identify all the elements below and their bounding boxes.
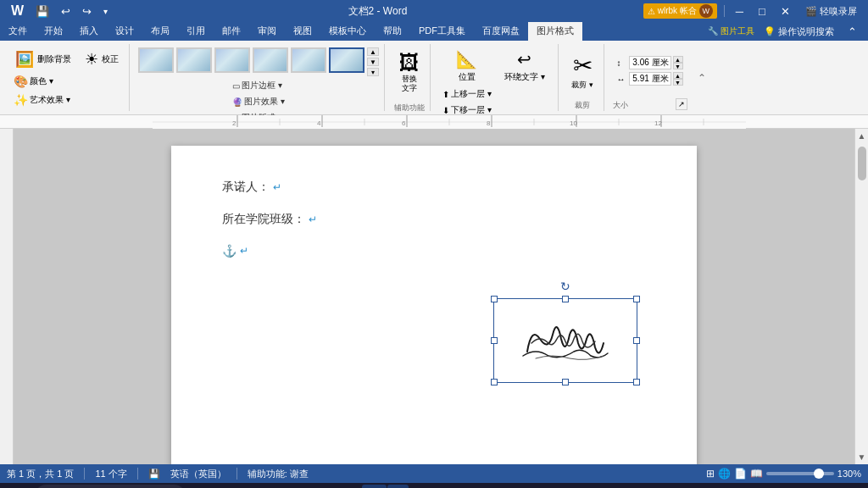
tab-references[interactable]: 引用 <box>178 22 214 41</box>
window-title: 文档2 - Word <box>112 4 643 19</box>
customize-btn[interactable]: ▾ <box>99 5 112 18</box>
tab-home[interactable]: 开始 <box>36 22 71 41</box>
group-arrange: 📐 位置 ↩ 环绕文字 ▾ ⬆上移一层 ▾ ⬇下移一层 ▾ ▤选择窗格 ⊟对齐 … <box>434 44 559 111</box>
taskbar-app-mail[interactable]: ✉ <box>279 485 302 488</box>
group-crop: ✂ 裁剪 ▾ 裁剪 <box>562 44 604 111</box>
zoom-level[interactable]: 130% <box>837 469 861 479</box>
status-bar: 第 1 页，共 1 页 11 个字 💾 英语（英国） 辅助功能: 谢查 ⊞ 🌐 … <box>0 464 868 483</box>
color-btn[interactable]: 🎨颜色 ▾ <box>10 73 57 90</box>
redo-btn[interactable]: ↪ <box>78 3 96 19</box>
minimize-btn[interactable]: ─ <box>732 3 748 19</box>
left-margin <box>0 129 14 464</box>
zoom-thumb[interactable] <box>814 469 824 479</box>
view-mode-read[interactable]: 📖 <box>750 468 763 480</box>
taskbar-app-edge[interactable]: 🌐 <box>249 485 278 488</box>
img-style-3[interactable] <box>214 47 250 73</box>
height-input[interactable] <box>629 56 671 69</box>
tab-pdf[interactable]: PDF工具集 <box>410 22 474 41</box>
language-status[interactable]: 英语（英国） <box>170 468 226 480</box>
width-down[interactable]: ▼ <box>673 79 683 86</box>
styles-scroll-up[interactable]: ▲ <box>367 47 379 56</box>
height-down[interactable]: ▼ <box>673 63 683 69</box>
styles-more[interactable]: ▾ <box>367 68 379 76</box>
width-input[interactable] <box>629 72 671 86</box>
group-size: ↕ ▲ ▼ ↔ ▲ ▼ 大小 ↗ <box>608 44 693 111</box>
line2-text: 所在学院班级： ↵ <box>222 212 646 227</box>
taskbar-app-explorer[interactable]: 📁 <box>220 485 248 488</box>
scroll-thumb[interactable] <box>858 147 866 180</box>
bring-forward-btn[interactable]: ⬆上移一层 ▾ <box>439 86 495 102</box>
tab-review[interactable]: 审阅 <box>249 22 285 41</box>
taskbar-app-word2[interactable]: W <box>387 485 409 488</box>
handle-bottom-mid[interactable] <box>562 379 569 385</box>
start-button[interactable]: 🪟 <box>3 485 32 488</box>
view-mode-web[interactable]: 🌐 <box>718 468 731 480</box>
replace-text-btn[interactable]: 🖼 替换文字 <box>396 47 423 97</box>
undo-btn[interactable]: ↩ <box>57 3 75 19</box>
wrap-text-btn[interactable]: ↩ 环绕文字 ▾ <box>497 47 553 85</box>
tab-picture-format[interactable]: 图片格式 <box>528 22 582 41</box>
tab-design[interactable]: 设计 <box>107 22 142 41</box>
img-style-2[interactable] <box>176 47 212 73</box>
scroll-track[interactable] <box>858 143 866 450</box>
taskbar-app-music[interactable]: 🎵 <box>332 485 361 488</box>
task-view-btn[interactable]: ⊞ <box>188 485 211 488</box>
handle-top-right[interactable] <box>633 296 640 302</box>
handle-bottom-right[interactable] <box>633 379 640 385</box>
remove-background-btn[interactable]: 🖼️ 删除背景 <box>10 47 76 71</box>
artistic-effects-btn[interactable]: ✨艺术效果 ▾ <box>10 92 74 108</box>
handle-mid-right[interactable] <box>633 337 640 344</box>
img-style-5[interactable] <box>291 47 326 73</box>
handle-bottom-left[interactable] <box>491 379 498 385</box>
picture-border-btn[interactable]: ▭图片边框 ▾ <box>229 78 288 93</box>
document-page: 承诺人： ↵ 所在学院班级： ↵ ⚓ ↵ ↻ <box>171 146 697 464</box>
img-style-1[interactable] <box>138 47 174 73</box>
main-area: 承诺人： ↵ 所在学院班级： ↵ ⚓ ↵ ↻ <box>0 129 868 464</box>
picture-effects-btn[interactable]: 🔮图片效果 ▾ <box>229 94 288 109</box>
close-btn[interactable]: ✕ <box>776 3 794 19</box>
tab-template[interactable]: 模板中心 <box>320 22 375 41</box>
vertical-scrollbar[interactable]: ▲ ▼ <box>854 129 868 464</box>
handle-top-mid[interactable] <box>562 296 569 302</box>
size-label: 大小 <box>613 97 628 111</box>
handle-top-left[interactable] <box>491 296 498 302</box>
tab-view[interactable]: 视图 <box>285 22 320 41</box>
crop-btn[interactable]: ✂ 裁剪 ▾ <box>568 48 597 94</box>
position-btn[interactable]: 📐 位置 <box>439 47 495 85</box>
saved-indicator: 💾 <box>148 469 160 480</box>
scroll-down-arrow[interactable]: ▼ <box>855 450 868 464</box>
view-mode-print[interactable]: 📄 <box>734 468 747 480</box>
signature-container[interactable]: ↻ <box>493 298 637 383</box>
height-up[interactable]: ▲ <box>673 56 683 63</box>
record-btn[interactable]: 🎬 轻嗅录屏 <box>801 3 861 19</box>
styles-scroll-down[interactable]: ▼ <box>367 58 379 66</box>
img-style-6[interactable] <box>329 47 364 73</box>
tab-help[interactable]: 帮助 <box>375 22 410 41</box>
save-quick-btn[interactable]: 💾 <box>31 3 53 19</box>
tab-insert[interactable]: 插入 <box>71 22 107 41</box>
handle-mid-left[interactable] <box>491 337 498 344</box>
img-style-4[interactable] <box>253 47 288 73</box>
tab-baidu[interactable]: 百度网盘 <box>474 22 528 41</box>
width-up[interactable]: ▲ <box>673 72 683 79</box>
size-expand-btn[interactable]: ↗ <box>676 98 687 110</box>
ideas-btn[interactable]: 💡 操作说明搜索 <box>760 24 838 40</box>
warning-badge: ⚠ wlrbk 帐合 W <box>643 3 717 19</box>
scroll-up-arrow[interactable]: ▲ <box>855 129 868 143</box>
anchor-icon[interactable]: ⚓ <box>222 244 236 258</box>
ribbon-collapse-btn[interactable]: ⌃ <box>843 24 861 40</box>
zoom-slider[interactable] <box>766 472 834 475</box>
tab-file[interactable]: 文件 <box>0 22 36 41</box>
rotate-handle[interactable]: ↻ <box>560 280 570 293</box>
tab-layout[interactable]: 布局 <box>142 22 178 41</box>
correct-btn[interactable]: ☀ 校正 <box>80 47 124 71</box>
ribbon-right-scroll[interactable]: ⌃ <box>698 44 706 111</box>
taskbar-app-chat[interactable]: 💬 <box>303 485 331 488</box>
taskbar-app-word[interactable]: W <box>362 485 387 488</box>
svg-text:4: 4 <box>317 119 321 127</box>
tab-mailings[interactable]: 邮件 <box>214 22 249 41</box>
anchor-row: ⚓ ↵ <box>222 244 646 258</box>
title-bar-left: W 💾 ↩ ↪ ▾ <box>7 2 112 20</box>
search-button[interactable]: 🔍 搜索 <box>34 485 186 488</box>
restore-btn[interactable]: □ <box>754 3 770 19</box>
